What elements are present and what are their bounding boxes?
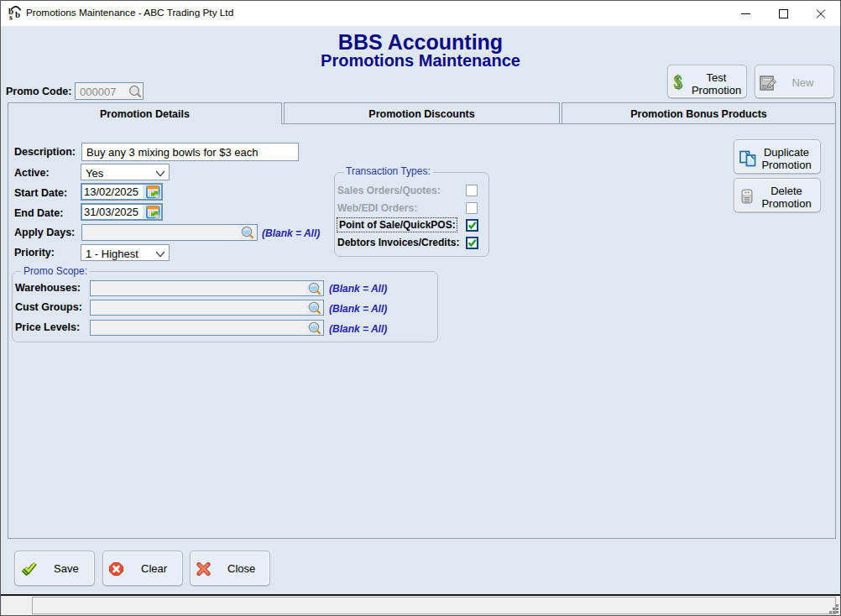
svg-text:s: s (9, 13, 13, 21)
svg-text:b: b (15, 9, 20, 19)
